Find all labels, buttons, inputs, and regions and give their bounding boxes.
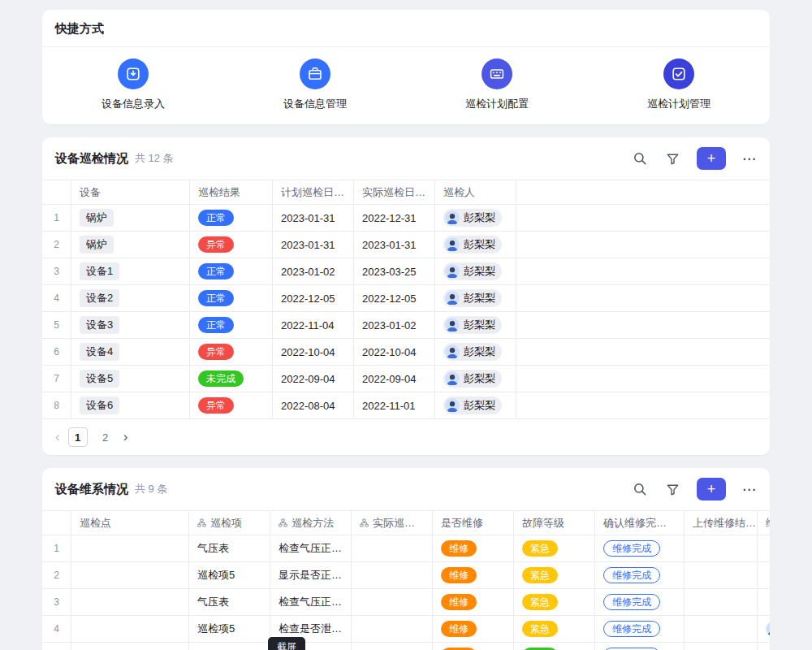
method-cell[interactable]: 检查气压正…: [270, 589, 352, 615]
device-cell[interactable]: 锅炉: [71, 232, 190, 258]
repairer-cell[interactable]: [758, 562, 770, 588]
column-header[interactable]: 巡检结果: [190, 180, 273, 204]
inspector-cell[interactable]: 彭梨梨: [435, 392, 516, 418]
column-header[interactable]: 设备: [71, 180, 190, 204]
device-cell[interactable]: 锅炉: [71, 205, 190, 231]
result-cell[interactable]: 正常: [190, 312, 273, 338]
column-header[interactable]: 巡检点: [71, 511, 189, 535]
device-cell[interactable]: 设备1: [71, 258, 190, 284]
repairer-cell[interactable]: [758, 616, 770, 642]
column-header[interactable]: 实际巡检日…: [354, 180, 435, 204]
column-header[interactable]: 维: [758, 511, 770, 535]
repair-cell[interactable]: 维修: [433, 643, 514, 650]
inspector-cell[interactable]: 彭梨梨: [435, 312, 516, 338]
upload-cell[interactable]: [685, 535, 758, 561]
shortcut-item-4[interactable]: 巡检计划管理: [588, 58, 770, 111]
next-page-button[interactable]: ›: [123, 429, 128, 445]
device-cell[interactable]: 设备2: [71, 285, 190, 311]
actual-date-cell[interactable]: 2022-12-31: [354, 205, 435, 231]
method-cell[interactable]: 检查气压正…: [270, 535, 352, 561]
inspector-cell[interactable]: 彭梨梨: [435, 205, 516, 231]
plan-date-cell[interactable]: 2022-10-04: [273, 339, 354, 365]
result-cell[interactable]: 正常: [190, 285, 273, 311]
search-icon[interactable]: [632, 150, 648, 167]
upload-cell[interactable]: [685, 616, 758, 642]
confirm-cell[interactable]: 维修完成: [595, 562, 685, 588]
inspector-cell[interactable]: 彭梨梨: [435, 366, 516, 392]
column-header[interactable]: 计划巡检日…: [273, 180, 354, 204]
column-header[interactable]: 巡检方法: [270, 511, 352, 535]
device-cell[interactable]: 设备6: [71, 392, 190, 418]
column-header[interactable]: 巡检项: [189, 511, 270, 535]
column-header[interactable]: 故障等级: [514, 511, 595, 535]
actual-cell[interactable]: [352, 616, 433, 642]
actual-date-cell[interactable]: 2023-01-02: [354, 312, 435, 338]
page-number-2[interactable]: 2: [96, 427, 115, 447]
device-cell[interactable]: 设备4: [71, 339, 190, 365]
inspector-cell[interactable]: 彭梨梨: [435, 339, 516, 365]
actual-date-cell[interactable]: 2022-09-04: [354, 366, 435, 392]
inspector-cell[interactable]: 彭梨梨: [435, 232, 516, 258]
upload-cell[interactable]: [685, 643, 758, 650]
result-cell[interactable]: 未完成: [190, 366, 273, 392]
shortcut-item-2[interactable]: 设备信息管理: [224, 58, 406, 111]
fault-level-cell[interactable]: 紧急: [514, 562, 595, 588]
item-cell[interactable]: 巡检项5: [189, 616, 270, 642]
confirm-cell[interactable]: 维修完成: [595, 589, 685, 615]
fault-level-cell[interactable]: 紧急: [514, 535, 595, 561]
filter-icon[interactable]: [664, 150, 680, 167]
repairer-cell[interactable]: [758, 643, 770, 650]
upload-cell[interactable]: [685, 562, 758, 588]
add-record-button[interactable]: +: [697, 147, 726, 170]
shortcut-item-1[interactable]: 设备信息录入: [42, 58, 224, 111]
actual-date-cell[interactable]: 2022-11-01: [354, 392, 435, 418]
confirm-cell[interactable]: 维修完成: [595, 643, 685, 650]
column-header[interactable]: 巡检人: [435, 180, 516, 204]
repairer-cell[interactable]: [758, 589, 770, 615]
actual-date-cell[interactable]: 2022-12-05: [354, 285, 435, 311]
result-cell[interactable]: 异常: [190, 232, 273, 258]
fault-level-cell[interactable]: 紧急: [514, 589, 595, 615]
plan-date-cell[interactable]: 2022-12-05: [273, 285, 354, 311]
actual-cell[interactable]: [352, 562, 433, 588]
actual-date-cell[interactable]: 2022-10-04: [354, 339, 435, 365]
point-cell[interactable]: [71, 535, 189, 561]
shortcut-item-3[interactable]: 巡检计划配置: [406, 58, 588, 111]
actual-cell[interactable]: [352, 535, 433, 561]
column-header[interactable]: 上传维修结…: [685, 511, 758, 535]
plan-date-cell[interactable]: 2022-08-04: [273, 392, 354, 418]
actual-date-cell[interactable]: 2023-01-31: [354, 232, 435, 258]
more-options-button[interactable]: ⋯: [742, 150, 757, 167]
repair-cell[interactable]: 维修: [433, 535, 514, 561]
device-cell[interactable]: 设备5: [71, 366, 190, 392]
upload-cell[interactable]: [685, 589, 758, 615]
plan-date-cell[interactable]: 2023-01-02: [273, 258, 354, 284]
add-record-button[interactable]: +: [697, 478, 726, 500]
filter-icon[interactable]: [664, 481, 680, 497]
item-cell[interactable]: 巡检项5: [189, 643, 270, 650]
confirm-cell[interactable]: 维修完成: [595, 616, 685, 642]
repairer-cell[interactable]: [758, 535, 770, 561]
point-cell[interactable]: [71, 589, 189, 615]
inspector-cell[interactable]: 彭梨梨: [435, 285, 516, 311]
column-header[interactable]: 确认维修完…: [595, 511, 685, 535]
confirm-cell[interactable]: 维修完成: [595, 535, 685, 561]
point-cell[interactable]: [71, 562, 189, 588]
plan-date-cell[interactable]: 2023-01-31: [273, 205, 354, 231]
actual-cell[interactable]: [352, 643, 433, 650]
plan-date-cell[interactable]: 2022-09-04: [273, 366, 354, 392]
actual-date-cell[interactable]: 2023-03-25: [354, 258, 435, 284]
column-header[interactable]: 是否维修: [433, 511, 514, 535]
repair-cell[interactable]: 维修: [433, 589, 514, 615]
inspector-cell[interactable]: 彭梨梨: [435, 258, 516, 284]
more-options-button[interactable]: ⋯: [742, 481, 757, 498]
page-number-1[interactable]: 1: [68, 427, 88, 447]
plan-date-cell[interactable]: 2022-11-04: [273, 312, 354, 338]
result-cell[interactable]: 正常: [190, 258, 273, 284]
repair-cell[interactable]: 维修: [433, 562, 514, 588]
item-cell[interactable]: 气压表: [189, 589, 270, 615]
actual-cell[interactable]: [352, 589, 433, 615]
prev-page-button[interactable]: ‹: [55, 429, 60, 445]
fault-level-cell[interactable]: 一般: [514, 643, 595, 650]
screenshot-tooltip[interactable]: 截屏: [268, 637, 305, 650]
